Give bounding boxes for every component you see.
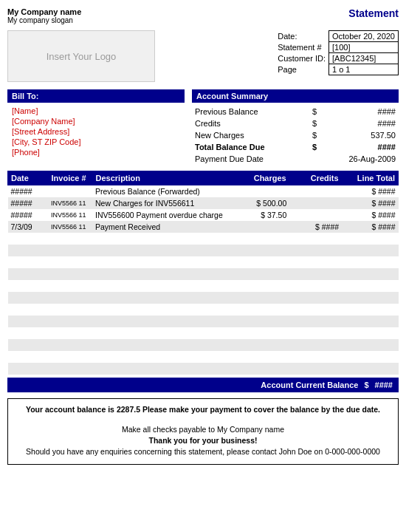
table-cell-empty xyxy=(342,327,398,339)
table-cell-empty xyxy=(48,268,92,280)
table-cell-empty xyxy=(48,245,92,256)
table-cell-empty xyxy=(229,245,289,256)
table-row xyxy=(8,245,399,256)
table-cell: New Charges for INV556611 xyxy=(92,197,229,209)
credits-amount: #### xyxy=(320,117,399,129)
statement-info: Date: October 20, 2020 Statement # [100]… xyxy=(275,30,399,82)
table-cell-empty xyxy=(229,256,289,268)
table-cell: $ #### xyxy=(342,209,398,221)
balance-value: #### xyxy=(375,381,393,389)
summary-row-total: Total Balance Due $ #### xyxy=(192,141,399,153)
table-cell-empty xyxy=(48,363,92,375)
table-cell-empty xyxy=(48,304,92,316)
table-cell-empty xyxy=(92,316,229,327)
summary-row-due-date: Payment Due Date 26-Aug-2009 xyxy=(192,153,399,165)
table-cell: $ 37.50 xyxy=(229,209,289,221)
table-cell-empty xyxy=(8,339,49,351)
bill-to-city: [City, ST ZIP Code] xyxy=(7,137,185,147)
table-cell-empty xyxy=(342,339,398,351)
table-cell-empty xyxy=(229,233,289,245)
table-cell-empty xyxy=(48,351,92,363)
customer-value: [ABC12345] xyxy=(328,53,398,64)
balance-label: Account Current Balance xyxy=(261,381,358,389)
table-cell-empty xyxy=(48,316,92,327)
table-cell: INV5566 11 xyxy=(48,197,92,209)
table-cell-empty xyxy=(48,280,92,292)
date-label: Date: xyxy=(275,31,328,42)
table-cell-empty xyxy=(92,280,229,292)
table-cell-empty xyxy=(92,351,229,363)
table-cell-empty xyxy=(92,256,229,268)
total-balance-label: Total Balance Due xyxy=(192,141,305,153)
table-cell: $ #### xyxy=(342,221,398,233)
new-charges-label: New Charges xyxy=(192,129,305,141)
bill-to-section: Bill To: [Name] [Company Name] [Street A… xyxy=(7,89,185,165)
table-cell-empty xyxy=(8,280,49,292)
table-cell: $ #### xyxy=(342,185,398,198)
customer-label: Customer ID: xyxy=(275,53,328,64)
account-summary-header: Account Summary xyxy=(192,89,399,103)
table-row xyxy=(8,304,399,316)
table-cell-empty xyxy=(92,268,229,280)
table-cell: $ #### xyxy=(289,221,342,233)
table-cell: INV556600 Payment overdue charge xyxy=(92,209,229,221)
table-cell-empty xyxy=(8,292,49,304)
table-cell-empty xyxy=(342,233,398,245)
previous-balance-dollar: $ xyxy=(305,106,320,117)
table-cell: $ 500.00 xyxy=(229,197,289,209)
table-row xyxy=(8,256,399,268)
table-cell-empty xyxy=(8,304,49,316)
table-cell-empty xyxy=(92,292,229,304)
table-cell xyxy=(229,221,289,233)
table-cell-empty xyxy=(229,363,289,375)
table-row: #####Previous Balance (Forwarded)$ #### xyxy=(8,185,399,198)
table-cell-empty xyxy=(229,351,289,363)
credits-label: Credits xyxy=(192,117,305,129)
col-invoice: Invoice # xyxy=(48,171,92,185)
table-cell-empty xyxy=(342,292,398,304)
table-cell-empty xyxy=(342,268,398,280)
col-date: Date xyxy=(8,171,49,185)
table-cell-empty xyxy=(289,268,342,280)
table-cell-empty xyxy=(48,292,92,304)
company-slogan: My company slogan xyxy=(7,16,81,24)
table-cell-empty xyxy=(92,363,229,375)
account-summary-section: Account Summary Previous Balance $ #### … xyxy=(192,89,399,165)
page-label: Page xyxy=(275,64,328,75)
table-cell-empty xyxy=(8,256,49,268)
table-cell-empty xyxy=(342,351,398,363)
table-cell-empty xyxy=(342,363,398,375)
table-row xyxy=(8,327,399,339)
table-cell-empty xyxy=(289,245,342,256)
table-row: #####INV5566 11New Charges for INV556611… xyxy=(8,197,399,209)
footer-balance-bar: Account Current Balance $ #### xyxy=(7,378,399,392)
bill-to-address: [Street Address] xyxy=(7,126,185,137)
table-cell: $ #### xyxy=(342,197,398,209)
table-row xyxy=(8,363,399,375)
table-cell-empty xyxy=(8,245,49,256)
bill-to-company: [Company Name] xyxy=(7,116,185,126)
table-cell: Previous Balance (Forwarded) xyxy=(92,185,229,198)
table-cell-empty xyxy=(289,292,342,304)
table-cell: INV5566 11 xyxy=(48,221,92,233)
table-cell-empty xyxy=(289,256,342,268)
table-cell-empty xyxy=(48,233,92,245)
due-date-value: 26-Aug-2009 xyxy=(320,153,399,165)
statement-value: [100] xyxy=(328,42,398,53)
table-cell-empty xyxy=(289,327,342,339)
table-row: 7/3/09INV5566 11Payment Received$ ####$ … xyxy=(8,221,399,233)
table-cell-empty xyxy=(342,304,398,316)
table-row xyxy=(8,339,399,351)
col-charges: Charges xyxy=(229,171,289,185)
table-cell-empty xyxy=(8,233,49,245)
table-cell-empty xyxy=(229,304,289,316)
table-cell-empty xyxy=(229,280,289,292)
table-cell-empty xyxy=(229,316,289,327)
table-cell-empty xyxy=(289,363,342,375)
date-value: October 20, 2020 xyxy=(328,31,398,42)
col-description: Description xyxy=(92,171,229,185)
new-charges-amount: 537.50 xyxy=(320,129,399,141)
table-cell-empty xyxy=(92,233,229,245)
table-row xyxy=(8,268,399,280)
col-credits: Credits xyxy=(289,171,342,185)
